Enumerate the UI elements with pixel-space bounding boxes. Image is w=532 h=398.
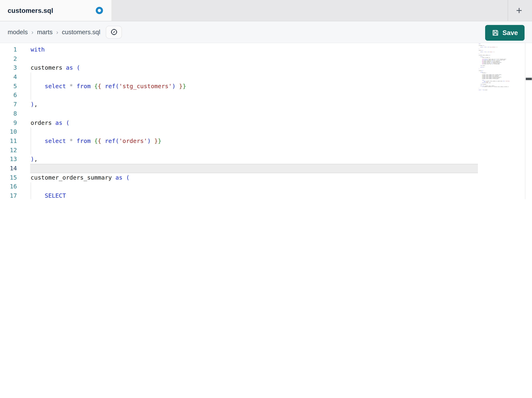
line-number: 17 bbox=[0, 191, 17, 199]
code-line[interactable]: 12 bbox=[0, 146, 532, 155]
code-line[interactable]: 10 bbox=[0, 127, 532, 136]
compass-icon bbox=[110, 28, 118, 36]
code-line[interactable]: 2 bbox=[0, 54, 532, 63]
new-tab-button[interactable]: + bbox=[513, 5, 525, 16]
line-number: 5 bbox=[0, 82, 17, 91]
line-number: 10 bbox=[0, 127, 17, 136]
breadcrumb-item[interactable]: marts bbox=[37, 28, 53, 36]
breadcrumb: models›marts›customers.sql bbox=[8, 28, 100, 36]
line-number: 9 bbox=[0, 118, 17, 127]
file-tab-title: customers.sql bbox=[8, 7, 53, 14]
code-line[interactable]: 1with bbox=[0, 45, 532, 54]
minimap[interactable]: with customers as ( select * from {{ ref… bbox=[479, 44, 510, 93]
code-line[interactable]: 9orders as ( bbox=[0, 118, 532, 127]
line-number: 14 bbox=[0, 164, 17, 173]
breadcrumb-bar: models›marts›customers.sql Save bbox=[0, 21, 532, 43]
code-line[interactable]: 16 bbox=[0, 182, 532, 191]
line-number: 4 bbox=[0, 72, 17, 82]
unsaved-changes-dot-icon bbox=[96, 7, 103, 14]
code-line[interactable]: 14 bbox=[0, 164, 532, 173]
editor-right-divider bbox=[525, 43, 525, 199]
dbt-ide-window: customers.sql + models›marts›customers.s… bbox=[0, 0, 532, 199]
file-info-button[interactable] bbox=[106, 26, 122, 39]
line-number: 6 bbox=[0, 91, 17, 100]
code-line[interactable]: 6 bbox=[0, 91, 532, 100]
tab-bar: customers.sql + bbox=[0, 0, 532, 21]
save-button-label: Save bbox=[502, 29, 518, 37]
code-line[interactable]: 8 bbox=[0, 109, 532, 118]
line-number: 8 bbox=[0, 109, 17, 118]
code-line[interactable]: 3customers as ( bbox=[0, 63, 532, 72]
breadcrumb-separator: › bbox=[56, 29, 58, 35]
line-number: 7 bbox=[0, 100, 17, 109]
line-number: 13 bbox=[0, 155, 17, 164]
save-floppy-icon bbox=[492, 29, 499, 37]
code-lines[interactable]: 1with23customers as (45 select * from {{… bbox=[0, 45, 532, 199]
line-number: 12 bbox=[0, 146, 17, 155]
breadcrumb-item[interactable]: models bbox=[8, 28, 28, 36]
code-line[interactable]: 5 select * from {{ ref('stg_customers') … bbox=[0, 82, 532, 91]
code-line[interactable]: 4 bbox=[0, 72, 532, 82]
line-number: 2 bbox=[0, 54, 17, 63]
line-number: 16 bbox=[0, 182, 17, 191]
breadcrumb-separator: › bbox=[31, 29, 33, 35]
tabbar-divider bbox=[508, 0, 508, 21]
scrollbar-marker bbox=[526, 78, 532, 80]
line-number: 3 bbox=[0, 63, 17, 72]
code-line[interactable]: 7), bbox=[0, 100, 532, 109]
breadcrumb-item[interactable]: customers.sql bbox=[62, 28, 100, 36]
code-line[interactable]: 17 SELECT bbox=[0, 191, 532, 199]
plus-icon: + bbox=[516, 5, 522, 16]
code-editor[interactable]: 1with23customers as (45 select * from {{… bbox=[0, 43, 532, 199]
line-number: 1 bbox=[0, 45, 17, 54]
code-line[interactable]: 13), bbox=[0, 155, 532, 164]
line-number: 11 bbox=[0, 137, 17, 146]
code-line[interactable]: 11 select * from {{ ref('orders') }} bbox=[0, 137, 532, 146]
line-number: 15 bbox=[0, 173, 17, 182]
code-line[interactable]: 15customer_orders_summary as ( bbox=[0, 173, 532, 182]
file-tab-customers-sql[interactable]: customers.sql bbox=[0, 0, 111, 21]
save-button[interactable]: Save bbox=[485, 25, 524, 41]
